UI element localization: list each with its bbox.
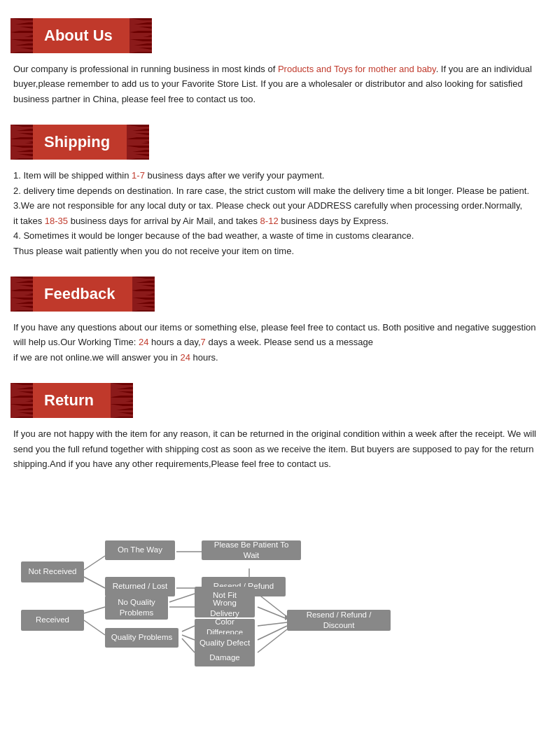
svg-line-15 bbox=[258, 594, 287, 617]
banner-left-decoration bbox=[10, 18, 33, 53]
svg-line-9 bbox=[84, 620, 105, 635]
svg-line-0 bbox=[84, 556, 105, 570]
shipping-item-3: 3.We are not responsible for any local d… bbox=[13, 198, 547, 228]
fc-on-the-way: On The Way bbox=[105, 540, 175, 560]
feedback-text: If you have any questions about our item… bbox=[10, 320, 550, 365]
return-banner: Return bbox=[10, 383, 133, 418]
return-banner-center: Return bbox=[33, 383, 111, 418]
svg-line-17 bbox=[258, 622, 287, 626]
shipping-banner-right bbox=[127, 125, 149, 160]
about-us-title: About Us bbox=[44, 27, 113, 45]
fc-not-received: Not Received bbox=[21, 561, 84, 582]
svg-line-1 bbox=[84, 577, 105, 588]
feedback-banner-right bbox=[132, 277, 155, 312]
fc-returned-lost: Returned / Lost bbox=[105, 577, 175, 596]
fc-color-difference: Color Difference bbox=[195, 619, 255, 636]
shipping-banner-left bbox=[10, 125, 33, 160]
svg-line-14 bbox=[182, 638, 195, 652]
feedback-title: Feedback bbox=[44, 285, 115, 303]
shipping-days-express: 8-12 bbox=[260, 216, 279, 226]
feedback-response-hours: 24 bbox=[180, 352, 190, 363]
about-text-before: Our company is professional in running b… bbox=[13, 64, 278, 74]
shipping-item-4: 4. Sometimes it would be longer because … bbox=[13, 228, 547, 258]
about-us-banner: About Us bbox=[10, 18, 152, 53]
flowchart-section: Not Received On The Way Returned / Lost … bbox=[10, 500, 550, 682]
svg-line-13 bbox=[182, 635, 195, 640]
feedback-banner-center: Feedback bbox=[33, 277, 132, 312]
feedback-hours: 24 bbox=[139, 337, 148, 347]
fc-resend-refund-discount: Resend / Refund / Discount bbox=[287, 610, 391, 631]
fc-damage: Damage bbox=[195, 649, 255, 666]
return-banner-right bbox=[111, 383, 133, 418]
svg-line-12 bbox=[182, 626, 195, 631]
shipping-text: 1. Item will be shipped within 1-7 busin… bbox=[10, 168, 550, 258]
shipping-banner: Shipping bbox=[10, 125, 149, 160]
banner-center: About Us bbox=[33, 18, 130, 53]
fc-wrong-delivery: Wrong Delivery bbox=[195, 600, 255, 617]
shipping-days-air: 18-35 bbox=[45, 216, 68, 226]
svg-line-18 bbox=[258, 626, 287, 640]
fc-received: Received bbox=[21, 610, 84, 631]
svg-line-19 bbox=[258, 629, 287, 652]
return-title: Return bbox=[44, 391, 94, 410]
banner-right-decoration bbox=[130, 18, 152, 53]
feedback-banner-left bbox=[10, 277, 33, 312]
svg-line-8 bbox=[84, 607, 105, 613]
fc-quality-problems: Quality Problems bbox=[105, 628, 178, 648]
shipping-item-1: 1. Item will be shipped within 1-7 busin… bbox=[13, 168, 547, 183]
flowchart: Not Received On The Way Returned / Lost … bbox=[14, 507, 546, 668]
shipping-item-2: 2. delivery time depends on destination.… bbox=[13, 183, 547, 198]
return-text: If you are not happy with the item for a… bbox=[10, 426, 550, 471]
fc-please-be-patient: Please Be Patient To Wait bbox=[202, 540, 301, 560]
feedback-banner: Feedback bbox=[10, 277, 155, 312]
shipping-title: Shipping bbox=[44, 133, 110, 151]
return-banner-left bbox=[10, 383, 33, 418]
svg-line-16 bbox=[258, 607, 287, 619]
shipping-days-1: 1-7 bbox=[132, 170, 145, 181]
about-highlight: Products and Toys for mother and baby bbox=[278, 64, 436, 74]
feedback-days: 7 bbox=[201, 337, 206, 347]
about-us-text: Our company is professional in running b… bbox=[10, 62, 550, 106]
fc-no-quality-problems: No QualityProblems bbox=[105, 596, 168, 620]
shipping-banner-center: Shipping bbox=[33, 125, 127, 160]
